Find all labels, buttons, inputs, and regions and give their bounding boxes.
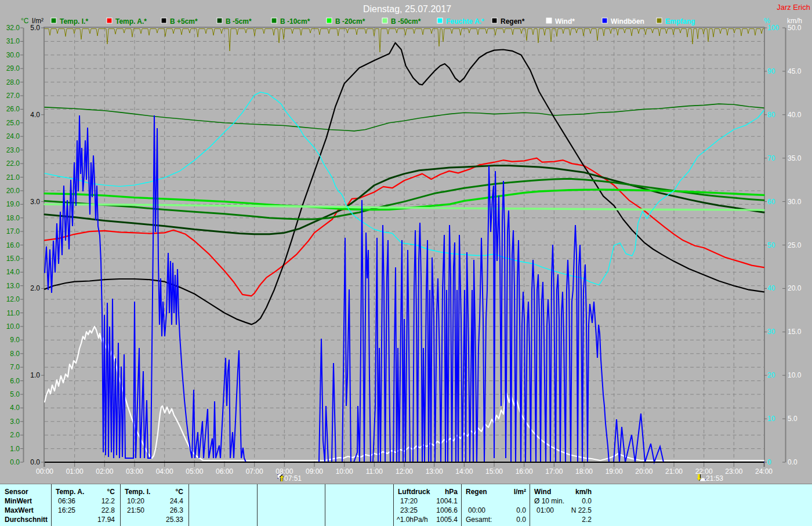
svg-text:8.0: 8.0 (10, 350, 20, 358)
svg-text:Wind*: Wind* (555, 17, 575, 26)
svg-text:19:00: 19:00 (606, 467, 623, 476)
svg-text:13.0: 13.0 (6, 282, 20, 290)
svg-text:29.0: 29.0 (6, 64, 20, 72)
svg-text:10: 10 (767, 415, 775, 423)
svg-text:18.0: 18.0 (6, 214, 20, 222)
svg-text:Regen*: Regen* (501, 17, 525, 26)
svg-text:0.0: 0.0 (30, 458, 40, 466)
svg-text:15.0: 15.0 (6, 255, 20, 263)
svg-text:B -20cm*: B -20cm* (335, 17, 365, 26)
svg-text:5.0: 5.0 (10, 390, 20, 398)
svg-text:24.0: 24.0 (6, 132, 20, 140)
svg-text:Dienstag, 25.07.2017: Dienstag, 25.07.2017 (363, 4, 451, 14)
svg-text:17.0: 17.0 (6, 227, 20, 235)
svg-text:14:00: 14:00 (455, 467, 473, 476)
svg-text:04:00: 04:00 (156, 467, 173, 476)
svg-text:15.0: 15.0 (788, 328, 802, 336)
svg-text:4.0: 4.0 (10, 404, 20, 412)
svg-text:32.0: 32.0 (6, 24, 20, 32)
svg-text:12:00: 12:00 (396, 467, 413, 476)
svg-text:B -50cm*: B -50cm* (391, 17, 421, 26)
svg-text:0.0: 0.0 (788, 458, 798, 466)
svg-text:B -10cm*: B -10cm* (280, 17, 310, 26)
svg-text:18:00: 18:00 (575, 467, 593, 476)
svg-text:B -5cm*: B -5cm* (226, 17, 252, 26)
svg-text:°C: °C (21, 17, 29, 25)
svg-text:60: 60 (767, 198, 775, 206)
svg-text:16.0: 16.0 (6, 241, 20, 249)
svg-text:2.0: 2.0 (30, 284, 40, 292)
svg-text:07:00: 07:00 (246, 467, 263, 476)
svg-text:03:00: 03:00 (126, 467, 143, 476)
svg-text:80: 80 (767, 111, 775, 119)
svg-text:11.0: 11.0 (7, 309, 20, 317)
svg-text:26.0: 26.0 (6, 105, 20, 113)
svg-text:Jarz Erich: Jarz Erich (777, 3, 810, 12)
svg-text:01:00: 01:00 (66, 467, 84, 476)
svg-text:22.0: 22.0 (6, 159, 20, 168)
svg-text:10.0: 10.0 (788, 371, 802, 379)
svg-text:10.0: 10.0 (6, 322, 20, 331)
svg-text:B +5cm*: B +5cm* (170, 17, 198, 26)
svg-text:20.0: 20.0 (788, 284, 802, 292)
svg-text:23:00: 23:00 (725, 467, 742, 476)
svg-text:6.0: 6.0 (10, 377, 20, 385)
svg-text:3.0: 3.0 (10, 418, 20, 426)
svg-text:45.0: 45.0 (788, 67, 802, 75)
svg-text:09:00: 09:00 (306, 467, 323, 476)
svg-text:9.0: 9.0 (10, 336, 20, 344)
svg-text:16:00: 16:00 (516, 467, 533, 476)
svg-text:25.0: 25.0 (6, 119, 20, 127)
svg-text:24:00: 24:00 (755, 467, 773, 476)
svg-text:4.0: 4.0 (30, 111, 40, 119)
svg-text:0: 0 (767, 458, 771, 466)
svg-text:Feuchte A.*: Feuchte A.* (446, 17, 484, 26)
svg-text:07:51: 07:51 (284, 474, 302, 483)
svg-text:5.0: 5.0 (30, 24, 40, 32)
svg-text:23.0: 23.0 (6, 146, 20, 154)
svg-text:Temp. I.*: Temp. I.* (60, 17, 88, 26)
svg-text:21:53: 21:53 (706, 474, 723, 483)
svg-text:35.0: 35.0 (788, 154, 802, 162)
svg-text:7.0: 7.0 (10, 363, 20, 371)
svg-text:02:00: 02:00 (96, 467, 113, 476)
svg-text:20:00: 20:00 (635, 467, 652, 476)
svg-text:2.0: 2.0 (10, 431, 20, 439)
svg-text:3.0: 3.0 (30, 198, 40, 206)
svg-text:40: 40 (767, 284, 775, 292)
svg-text:50: 50 (767, 241, 775, 249)
svg-text:20: 20 (767, 371, 775, 379)
svg-text:50.0: 50.0 (788, 24, 802, 32)
svg-text:90: 90 (767, 67, 775, 75)
svg-text:Windböen: Windböen (611, 17, 644, 26)
svg-text:17:00: 17:00 (545, 467, 563, 476)
svg-text:19.0: 19.0 (6, 200, 20, 208)
svg-text:15:00: 15:00 (485, 467, 503, 476)
svg-text:00:00: 00:00 (36, 467, 53, 476)
svg-text:0.0: 0.0 (10, 458, 20, 466)
svg-text:11:00: 11:00 (366, 467, 383, 476)
svg-text:13:00: 13:00 (426, 467, 443, 476)
svg-text:5.0: 5.0 (788, 415, 798, 423)
svg-text:Empfang: Empfang (665, 17, 695, 26)
svg-text:1.0: 1.0 (30, 371, 40, 379)
svg-text:30.0: 30.0 (788, 198, 802, 206)
svg-text:05:00: 05:00 (186, 467, 203, 476)
svg-text:27.0: 27.0 (6, 92, 20, 100)
svg-text:10:00: 10:00 (336, 467, 353, 476)
svg-text:30.0: 30.0 (6, 51, 20, 59)
svg-text:1.0: 1.0 (10, 445, 20, 453)
svg-text:40.0: 40.0 (788, 111, 802, 119)
svg-text:28.0: 28.0 (6, 78, 20, 86)
svg-text:30: 30 (767, 328, 775, 336)
svg-text:06:00: 06:00 (216, 467, 233, 476)
svg-text:14.0: 14.0 (6, 268, 20, 276)
svg-text:Temp. A.*: Temp. A.* (115, 17, 147, 26)
svg-text:70: 70 (767, 154, 775, 162)
svg-text:25.0: 25.0 (788, 241, 802, 249)
svg-text:31.0: 31.0 (6, 37, 20, 45)
svg-text:21:00: 21:00 (665, 467, 683, 476)
svg-text:20.0: 20.0 (6, 187, 20, 195)
svg-text:12.0: 12.0 (6, 295, 20, 303)
svg-text:100: 100 (767, 24, 779, 32)
